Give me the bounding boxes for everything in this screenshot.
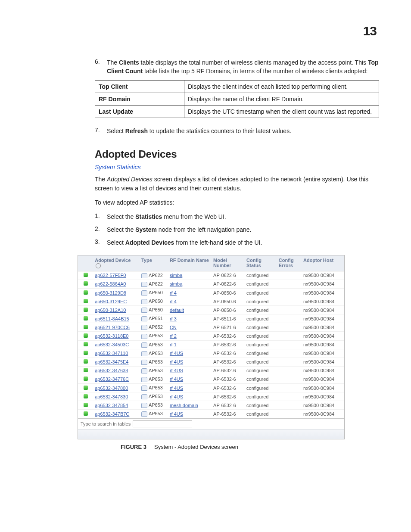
device-link[interactable]: ap6532-3118E0 <box>95 333 128 339</box>
rf-domain-link[interactable]: rf 4US <box>170 386 183 391</box>
device-link[interactable]: ap6532-34503C <box>95 342 129 347</box>
column-header[interactable]: Model Number <box>212 255 245 271</box>
type-label: AP622 <box>149 273 163 278</box>
device-type-icon <box>141 334 147 339</box>
device-link[interactable]: ap650-312A10 <box>95 308 126 313</box>
adoptor-host-cell: nx9500-0C984 <box>302 288 344 297</box>
intro-paragraph: The Adopted Devices screen displays a li… <box>95 175 379 193</box>
config-status-cell: configured <box>245 366 277 375</box>
device-link[interactable]: ap650-3129D8 <box>95 290 126 296</box>
config-status-cell: configured <box>245 314 277 323</box>
rf-domain-link[interactable]: CN <box>170 325 177 330</box>
config-errors-cell <box>277 358 302 366</box>
column-header[interactable]: Config Status <box>245 255 277 271</box>
device-link[interactable]: ap6532-347110 <box>95 351 128 356</box>
list-text: Select Adopted Devices from the left-han… <box>107 238 379 247</box>
table-row[interactable]: ap6532-3118E0AP653rf 2AP-6532-6configure… <box>78 332 344 340</box>
rf-domain-link[interactable]: default <box>170 308 184 313</box>
list-text: Select Refresh to update the statistics … <box>107 127 379 135</box>
config-errors-cell <box>277 340 302 349</box>
device-link[interactable]: ap6532-347B7C <box>95 411 129 417</box>
table-row[interactable]: ap6532-347830AP653rf 4USAP-6532-6configu… <box>78 392 344 401</box>
rf-domain-link[interactable]: simba <box>170 273 182 278</box>
column-header[interactable]: Config Errors <box>277 255 302 271</box>
table-search-input[interactable] <box>133 420 192 427</box>
status-icon <box>84 290 88 295</box>
column-header[interactable]: Type <box>140 255 168 271</box>
table-row[interactable]: ap650-312A10AP650defaultAP-0650-6configu… <box>78 306 344 314</box>
adoptor-host-cell: nx9500-0C984 <box>302 297 344 306</box>
device-type-icon <box>141 394 147 399</box>
adoptor-host-cell: nx9500-0C984 <box>302 314 344 323</box>
device-link[interactable]: ap6532-3475E4 <box>95 359 128 364</box>
device-link[interactable]: ap6532-347830 <box>95 394 128 399</box>
config-errors-cell <box>277 384 302 392</box>
device-type-icon <box>141 325 147 330</box>
table-row[interactable]: ap6532-347854AP653mesh domainAP-6532-6co… <box>78 401 344 410</box>
column-header[interactable]: Adoptor Host <box>302 255 344 271</box>
column-header[interactable] <box>78 255 93 271</box>
type-label: AP652 <box>149 324 163 330</box>
list-step-7: 7. Select Refresh to update the statisti… <box>95 127 379 135</box>
device-type-icon <box>141 299 147 304</box>
device-link[interactable]: ap6532-34776C <box>95 376 129 382</box>
table-row[interactable]: ap6521-970CC6AP652CNAP-6521-6configuredn… <box>78 323 344 332</box>
column-header[interactable]: Adopted Device <box>93 255 140 271</box>
rf-domain-link[interactable]: rf 1 <box>170 342 177 347</box>
table-row[interactable]: ap6532-3475E4AP653rf 4USAP-6532-6configu… <box>78 358 344 366</box>
search-label: Type to search in tables <box>81 421 131 426</box>
device-link[interactable]: ap6511-8A4B15 <box>95 316 129 321</box>
rf-domain-link[interactable]: mesh domain <box>170 403 198 408</box>
rf-domain-link[interactable]: rf 2 <box>170 333 177 339</box>
device-link[interactable]: ap650-3129EC <box>95 299 127 304</box>
table-row[interactable]: ap6532-347800AP653rf 4USAP-6532-6configu… <box>78 384 344 392</box>
device-link[interactable]: ap6532-347800 <box>95 386 128 391</box>
rf-domain-link[interactable]: simba <box>170 281 182 286</box>
rf-domain-link[interactable]: rf 4US <box>170 351 183 356</box>
config-errors-cell <box>277 375 302 383</box>
adoptor-host-cell: nx9500-0C984 <box>302 332 344 340</box>
table-row[interactable]: ap650-3129ECAP650rf 4AP-0650-6configured… <box>78 297 344 306</box>
status-icon <box>84 368 88 372</box>
status-icon <box>84 359 88 364</box>
config-errors-cell <box>277 410 302 418</box>
rf-domain-link[interactable]: rf 4 <box>170 290 177 296</box>
config-status-cell: configured <box>245 340 277 349</box>
table-row[interactable]: ap6511-8A4B15AP651rf 3AP-6511-6configure… <box>78 314 344 323</box>
breadcrumb-link[interactable]: System Statistics <box>95 164 379 171</box>
device-link[interactable]: ap622-5864A0 <box>95 281 126 286</box>
model-cell: AP-0622-6 <box>212 280 245 288</box>
device-link[interactable]: ap6532-347638 <box>95 368 128 373</box>
device-link[interactable]: ap622-57F5F0 <box>95 273 126 278</box>
screenshot-footer <box>78 429 344 439</box>
column-header[interactable]: RF Domain Name <box>168 255 212 271</box>
rf-domain-link[interactable]: rf 4US <box>170 411 183 417</box>
sort-icon[interactable] <box>96 263 101 268</box>
table-row[interactable]: ap6532-347638AP653rf 4USAP-6532-6configu… <box>78 366 344 375</box>
model-cell: AP-6511-6 <box>212 314 245 323</box>
table-row[interactable]: ap6532-347110AP653rf 4USAP-6532-6configu… <box>78 349 344 358</box>
table-row[interactable]: ap6532-34776CAP653rf 4USAP-6532-6configu… <box>78 375 344 383</box>
table-row[interactable]: ap650-3129D8AP650rf 4AP-0650-6configured… <box>78 288 344 297</box>
rf-domain-link[interactable]: rf 4US <box>170 368 183 373</box>
table-row[interactable]: ap622-57F5F0AP622simbaAP-0622-6configure… <box>78 271 344 280</box>
table-row[interactable]: ap622-5864A0AP622simbaAP-0622-6configure… <box>78 280 344 288</box>
table-row[interactable]: ap6532-34503CAP653rf 1AP-6532-6configure… <box>78 340 344 349</box>
term-cell: RF Domain <box>95 93 184 105</box>
config-errors-cell <box>277 280 302 288</box>
table-row[interactable]: ap6532-347B7CAP653rf 4USAP-6532-6configu… <box>78 410 344 418</box>
device-link[interactable]: ap6521-970CC6 <box>95 325 130 330</box>
rf-domain-link[interactable]: rf 4US <box>170 376 183 382</box>
rf-domain-link[interactable]: rf 4 <box>170 299 177 304</box>
rf-domain-link[interactable]: rf 3 <box>170 316 177 321</box>
device-type-icon <box>141 282 147 287</box>
type-label: AP653 <box>149 368 163 373</box>
config-errors-cell <box>277 288 302 297</box>
rf-domain-link[interactable]: rf 4US <box>170 394 183 399</box>
adoptor-host-cell: nx9500-0C984 <box>302 340 344 349</box>
status-icon <box>84 351 88 355</box>
config-errors-cell <box>277 349 302 358</box>
rf-domain-link[interactable]: rf 4US <box>170 359 183 364</box>
type-label: AP653 <box>149 411 163 416</box>
device-link[interactable]: ap6532-347854 <box>95 403 128 408</box>
